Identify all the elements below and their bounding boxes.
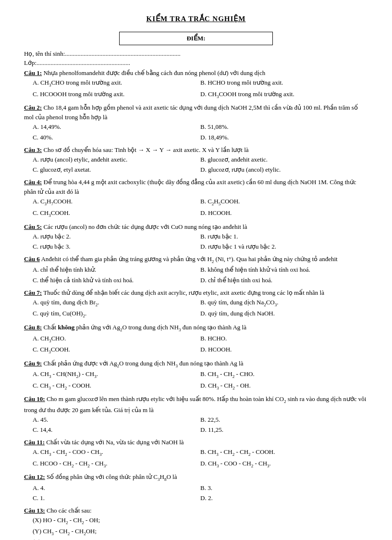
question-11: Câu 11: Chất vừa tác dụng với Na, vừa tá…: [24, 438, 368, 469]
question-6: Câu 6 Anđehit có thể tham gia phản ứng t…: [24, 254, 368, 285]
question-7: Câu 7: Thuốc thử dùng để nhận biết các d…: [24, 288, 368, 320]
question-8: Câu 8: Chất không phản ứng với Ag2O tron…: [24, 323, 368, 356]
diem-label: ĐIỂM:: [186, 35, 205, 42]
question-13: Câu 13: Cho các chất sau: (X) HO - CH2 -…: [24, 506, 368, 540]
question-4: Câu 4: Để trung hòa 4,44 g một axit cacb…: [24, 177, 368, 219]
question-1: Câu 1: Nhựa phenolfomandehit được điều c…: [24, 68, 368, 100]
page-title: KIỂM TRA TRẮC NGHIỆM: [24, 14, 368, 23]
question-9: Câu 9: Chất phản ứng được với Ag2O trong…: [24, 359, 368, 392]
diem-box: ĐIỂM:: [119, 32, 273, 45]
ho-ten-line: Họ, tên thí sinh:.......................…: [24, 50, 368, 58]
question-2: Câu 2: Cho 18,4 gam hỗn hợp gồm phenol v…: [24, 103, 368, 142]
question-3: Câu 3: Cho sơ đồ chuyển hóa sau: Tinh bộ…: [24, 145, 368, 175]
question-5: Câu 5: Các rượu (ancol) no đơn chức tác …: [24, 222, 368, 251]
question-12: Câu 12: Số đồng phân ứng với công thức p…: [24, 472, 368, 503]
lop-line: Lớp:....................................…: [24, 59, 368, 67]
question-10: Câu 10: Cho m gam glucozơ lên men thành …: [24, 394, 368, 435]
